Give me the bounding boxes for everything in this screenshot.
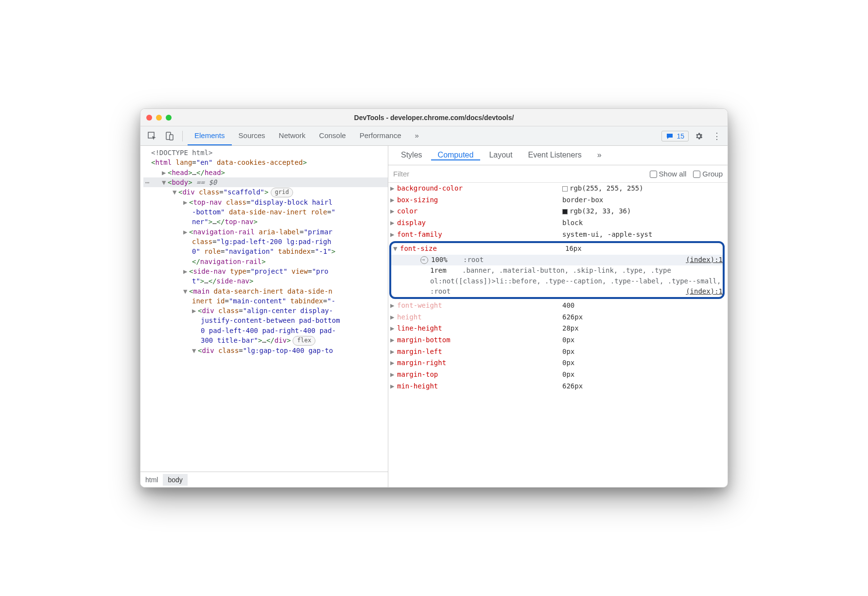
prop-box-sizing[interactable]: ▶box-sizingborder-box	[388, 194, 728, 206]
source-link-1[interactable]: (index):1	[686, 255, 723, 265]
body-element-selected[interactable]: ⋯▼<body> == $0	[143, 177, 388, 187]
sidebar-tabs: Styles Computed Layout Event Listeners »	[388, 146, 728, 165]
issues-badge[interactable]: 15	[661, 131, 689, 141]
elements-panel: <!DOCTYPE html> <html lang="en" data-coo…	[140, 146, 388, 487]
minimize-window-button[interactable]	[156, 115, 162, 121]
more-menu-icon[interactable]: ⋮	[710, 131, 724, 141]
subtab-event-listeners[interactable]: Event Listeners	[521, 151, 588, 160]
head-element[interactable]: ▶<head>…</head>	[143, 168, 388, 177]
prop-margin-right[interactable]: ▶margin-right0px	[388, 357, 728, 369]
tab-elements[interactable]: Elements	[188, 126, 232, 145]
toolbar-divider	[182, 131, 183, 141]
close-window-button[interactable]	[146, 115, 152, 121]
tab-console[interactable]: Console	[312, 126, 353, 145]
window-title: DevTools - developer.chrome.com/docs/dev…	[140, 114, 728, 122]
filter-row: Filter Show all Group	[388, 165, 728, 183]
main-element[interactable]: ▼<main data-search-inert data-side-n	[143, 286, 388, 296]
prop-margin-top[interactable]: ▶margin-top0px	[388, 369, 728, 381]
font-size-source-2[interactable]: 1rem.banner, .material-button, .skip-lin…	[391, 265, 723, 297]
tabs-overflow[interactable]: »	[408, 126, 426, 145]
dom-tree[interactable]: <!DOCTYPE html> <html lang="en" data-coo…	[140, 146, 388, 472]
gap-div[interactable]: ▼<div class="lg:gap-top-400 gap-to	[143, 346, 388, 355]
filter-input[interactable]: Filter	[393, 170, 643, 178]
prop-margin-left[interactable]: ▶margin-left0px	[388, 346, 728, 358]
subtab-computed[interactable]: Computed	[431, 151, 481, 160]
issues-icon	[666, 133, 674, 140]
styles-sidebar: Styles Computed Layout Event Listeners »…	[388, 146, 728, 487]
show-all-checkbox[interactable]: Show all	[650, 170, 687, 178]
device-toggle-icon[interactable]	[162, 128, 177, 144]
traffic-lights	[146, 115, 172, 121]
subtab-styles[interactable]: Styles	[394, 151, 429, 160]
font-size-source-1[interactable]: 100%:root(index):1	[391, 255, 723, 265]
title-bar-div[interactable]: ▶<div class="align-center display-	[143, 306, 388, 316]
goto-icon[interactable]	[420, 256, 428, 264]
content-split: <!DOCTYPE html> <html lang="en" data-coo…	[140, 146, 728, 487]
group-checkbox[interactable]: Group	[693, 170, 723, 178]
source-link-2[interactable]: (index):1	[686, 286, 723, 297]
prop-font-size[interactable]: ▼font-size16px	[391, 243, 723, 255]
maximize-window-button[interactable]	[166, 115, 172, 121]
navigation-rail-element[interactable]: ▶<navigation-rail aria-label="primar	[143, 227, 388, 237]
titlebar: DevTools - developer.chrome.com/docs/dev…	[140, 109, 728, 126]
prop-font-weight[interactable]: ▶font-weight400	[388, 300, 728, 312]
font-size-highlight: ▼font-size16px 100%:root(index):1 1rem.b…	[389, 241, 725, 298]
prop-min-height[interactable]: ▶min-height626px	[388, 381, 728, 392]
prop-margin-bottom[interactable]: ▶margin-bottom0px	[388, 334, 728, 346]
subtabs-overflow[interactable]: »	[590, 151, 608, 160]
layout-badge-flex[interactable]: flex	[293, 336, 315, 345]
main-tabs: Elements Sources Network Console Perform…	[188, 126, 426, 145]
prop-font-family[interactable]: ▶font-familysystem-ui, -apple-syst	[388, 229, 728, 241]
scaffold-div[interactable]: ▼<div class="scaffold">grid	[143, 187, 388, 197]
doctype: <!DOCTYPE html>	[151, 149, 212, 157]
prop-color[interactable]: ▶colorrgb(32, 33, 36)	[388, 206, 728, 217]
settings-icon[interactable]	[694, 132, 708, 140]
crumb-body[interactable]: body	[163, 474, 187, 486]
layout-badge-grid[interactable]: grid	[271, 188, 294, 197]
tab-network[interactable]: Network	[272, 126, 312, 145]
issues-count: 15	[677, 132, 684, 140]
top-nav-element[interactable]: ▶<top-nav class="display-block hairl	[143, 197, 388, 207]
prop-background-color[interactable]: ▶background-colorrgb(255, 255, 255)	[388, 183, 728, 194]
breadcrumb: html body	[140, 472, 388, 487]
inspect-element-icon[interactable]	[144, 128, 160, 144]
subtab-layout[interactable]: Layout	[482, 151, 519, 160]
prop-display[interactable]: ▶displayblock	[388, 217, 728, 229]
computed-properties[interactable]: ▶background-colorrgb(255, 255, 255) ▶box…	[388, 183, 728, 487]
devtools-window: DevTools - developer.chrome.com/docs/dev…	[140, 108, 728, 488]
prop-height[interactable]: ▶height626px	[388, 312, 728, 323]
main-toolbar: Elements Sources Network Console Perform…	[140, 126, 728, 146]
prop-line-height[interactable]: ▶line-height28px	[388, 323, 728, 334]
tab-sources[interactable]: Sources	[232, 126, 272, 145]
tab-performance[interactable]: Performance	[353, 126, 408, 145]
html-element[interactable]: <html lang="en" data-cookies-accepted>	[143, 158, 388, 167]
crumb-html[interactable]: html	[140, 474, 163, 486]
svg-rect-2	[170, 135, 173, 140]
side-nav-element[interactable]: ▶<side-nav type="project" view="pro	[143, 266, 388, 276]
